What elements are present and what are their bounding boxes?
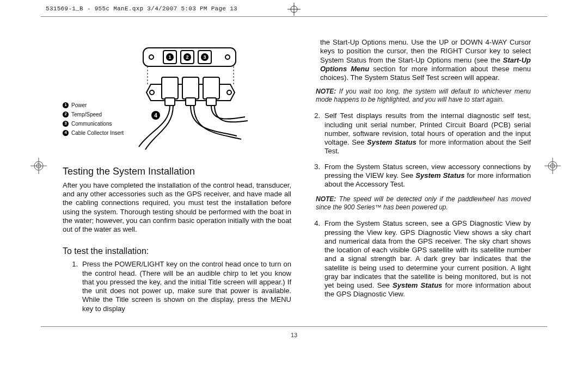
step-number: 3. xyxy=(310,163,320,189)
step-text: Press the POWER/LIGHT key on the control… xyxy=(82,260,291,313)
step-number: 4. xyxy=(310,219,320,299)
step-text: From the System Status screen, see a GPS… xyxy=(324,219,531,299)
svg-rect-29 xyxy=(206,98,216,106)
svg-point-23 xyxy=(227,90,231,95)
step-2: 2. Self Test displays results from the i… xyxy=(310,111,531,156)
legend-num-icon: 3 xyxy=(63,121,69,127)
legend-label: Communications xyxy=(71,119,112,128)
svg-rect-25 xyxy=(182,77,199,99)
legend-num-icon: 1 xyxy=(63,102,69,108)
legend-item: 2 Temp/Speed xyxy=(63,110,124,119)
step-3: 3. From the System Status screen, view a… xyxy=(310,163,531,189)
registration-mark-left xyxy=(30,158,47,176)
top-rule xyxy=(41,16,547,17)
step-1-continued: the Start-Up Options menu. Use the UP or… xyxy=(320,38,531,82)
svg-rect-24 xyxy=(162,77,178,99)
step-number: 2. xyxy=(310,111,320,156)
svg-rect-27 xyxy=(165,98,175,106)
heading-to-test: To test the installation: xyxy=(63,246,291,257)
print-header-line: 531569-1_B - 955c ManE.qxp 3/4/2007 5:03… xyxy=(46,5,237,12)
legend-item: 4 Cable Collector Insert xyxy=(63,128,124,138)
svg-text:1: 1 xyxy=(169,54,171,60)
svg-text:3: 3 xyxy=(204,54,206,60)
page-number: 13 xyxy=(0,332,588,338)
legend-num-icon: 4 xyxy=(63,130,69,136)
svg-point-12 xyxy=(225,55,230,59)
intro-paragraph: After you have completed the installatio… xyxy=(63,181,291,234)
svg-rect-28 xyxy=(186,98,195,106)
step-text: Self Test displays results from the inte… xyxy=(324,111,531,156)
step-1: 1. Press the POWER/LIGHT key on the cont… xyxy=(68,260,291,313)
step-4: 4. From the System Status screen, see a … xyxy=(310,219,531,299)
registration-mark-top xyxy=(287,3,301,18)
legend-label: Cable Collector Insert xyxy=(71,128,124,138)
svg-rect-26 xyxy=(203,77,219,99)
left-column: 1 Power 2 Temp/Speed 3 Communications 4 … xyxy=(63,38,291,324)
svg-point-11 xyxy=(149,55,154,59)
right-column: the Start-Up Options menu. Use the UP or… xyxy=(305,38,531,324)
heading-testing-installation: Testing the System Installation xyxy=(63,165,291,178)
note-2: NOTE: The speed will be detected only if… xyxy=(316,195,531,212)
note-1: NOTE: If you wait too long, the system w… xyxy=(316,88,531,104)
bottom-rule xyxy=(41,326,547,327)
legend-label: Power xyxy=(71,101,87,110)
legend-num-icon: 2 xyxy=(63,111,69,117)
legend-item: 1 Power xyxy=(63,101,124,110)
svg-point-22 xyxy=(150,90,154,95)
cable-connector-figure: 1 2 3 xyxy=(133,38,248,154)
step-number: 1. xyxy=(68,260,78,313)
registration-mark-right xyxy=(544,158,561,176)
legend-item: 3 Communications xyxy=(63,119,124,128)
step-text: From the System Status screen, view acce… xyxy=(324,163,531,189)
svg-text:2: 2 xyxy=(186,54,189,60)
svg-text:4: 4 xyxy=(154,113,157,119)
legend-label: Temp/Speed xyxy=(71,110,102,119)
figure-legend: 1 Power 2 Temp/Speed 3 Communications 4 … xyxy=(63,101,124,138)
